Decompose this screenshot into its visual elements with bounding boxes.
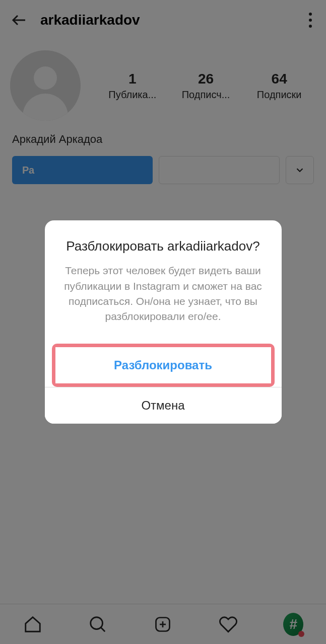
- dialog-body: Теперь этот человек будет видеть ваши пу…: [59, 263, 268, 325]
- confirm-unblock-button[interactable]: Разблокировать: [55, 347, 271, 383]
- cancel-button[interactable]: Отмена: [45, 387, 282, 424]
- modal-overlay[interactable]: Разблокировать arkadiiarkadov? Теперь эт…: [0, 0, 326, 644]
- unblock-dialog: Разблокировать arkadiiarkadov? Теперь эт…: [45, 220, 282, 424]
- dialog-title: Разблокировать arkadiiarkadov?: [59, 237, 268, 255]
- highlight-annotation: Разблокировать: [52, 344, 275, 387]
